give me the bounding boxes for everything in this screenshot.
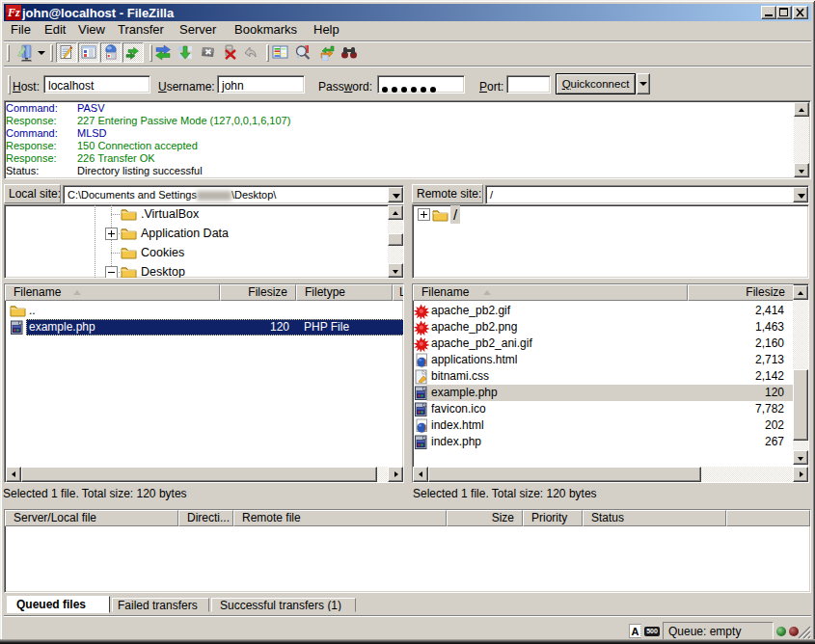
svg-text:Fz: Fz [7, 6, 20, 19]
